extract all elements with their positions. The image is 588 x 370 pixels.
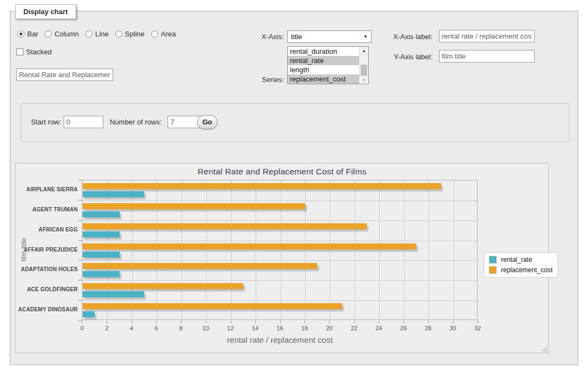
bar-replacement_cost xyxy=(83,243,416,249)
y-tick-mark xyxy=(78,220,82,221)
stacked-checkbox[interactable] xyxy=(16,48,23,55)
y-axis-label-input[interactable] xyxy=(439,50,535,62)
stacked-label: Stacked xyxy=(26,48,52,56)
x-tick-mark xyxy=(156,321,157,323)
y-tick-mark xyxy=(78,260,82,260)
x-tick-mark xyxy=(478,321,478,323)
x-tick-mark xyxy=(132,321,132,323)
x-axis-select-label: X-Axis: xyxy=(234,33,284,41)
y-category-label: ACE GOLDFINGER xyxy=(17,286,78,292)
radio-label-area: Area xyxy=(161,30,176,38)
gridline-x-2 xyxy=(107,180,108,319)
scroll-up-icon[interactable]: ▲ xyxy=(360,47,368,55)
series-multiselect[interactable]: rental_durationrental_ratelengthreplacem… xyxy=(287,46,369,84)
x-axis-select[interactable]: title ▼ xyxy=(287,30,372,43)
series-scrollbar[interactable]: ▲ ▼ xyxy=(359,47,368,84)
bar-rental_rate xyxy=(83,211,120,217)
number-of-rows-label: Number of rows: xyxy=(110,118,162,126)
x-tick-mark xyxy=(453,321,454,323)
gridline-y-4 xyxy=(83,260,477,261)
x-tick-label: 16 xyxy=(272,325,288,331)
series-option-length[interactable]: length xyxy=(288,65,359,74)
chart-container: Rental Rate and Replacement Cost of Film… xyxy=(15,163,549,353)
x-tick-mark xyxy=(379,321,379,323)
bar-rental_rate xyxy=(83,252,120,258)
resize-handle-icon[interactable] xyxy=(541,346,547,352)
series-option-replacement_cost[interactable]: replacement_cost xyxy=(288,74,359,84)
stacked-option[interactable]: Stacked xyxy=(16,48,52,56)
y-category-label: AFRICAN EGG xyxy=(17,227,78,233)
legend-entry-replacement_cost: replacement_cost xyxy=(489,266,553,274)
x-tick-mark xyxy=(82,321,83,323)
bar-replacement_cost xyxy=(83,203,305,209)
go-button[interactable]: Go xyxy=(197,115,218,129)
radio-label-column: Column xyxy=(54,30,79,38)
x-tick-mark xyxy=(305,321,305,323)
x-tick-label: 30 xyxy=(445,325,461,331)
x-tick-label: 26 xyxy=(395,325,412,331)
radio-option-bar[interactable]: Bar xyxy=(17,30,38,38)
dropdown-arrow-icon: ▼ xyxy=(363,34,368,39)
x-axis-selected-value: title xyxy=(291,33,302,41)
radio-spline-icon[interactable] xyxy=(115,30,122,37)
y-tick-mark xyxy=(78,240,82,241)
y-category-label: ACADEMY DINOSAUR xyxy=(17,306,78,312)
series-option-rental_duration[interactable]: rental_duration xyxy=(288,47,359,56)
x-tick-mark xyxy=(428,321,429,323)
radio-label-spline: Spline xyxy=(125,30,145,38)
y-category-label: AIRPLANE SIERRA xyxy=(17,186,78,192)
legend-swatch-replacement_cost xyxy=(489,266,497,274)
radio-column-icon[interactable] xyxy=(45,30,52,37)
bar-replacement_cost xyxy=(83,263,317,269)
radio-area-icon[interactable] xyxy=(151,30,158,37)
gridline-x-30 xyxy=(454,180,454,319)
gridline-x-4 xyxy=(132,180,133,319)
bar-rental_rate xyxy=(83,191,144,197)
gridline-x-24 xyxy=(379,180,380,319)
gridline-x-28 xyxy=(429,180,429,319)
x-tick-mark xyxy=(354,321,355,323)
y-tick-mark xyxy=(78,180,82,180)
radio-bar-icon[interactable] xyxy=(17,30,24,37)
y-tick-mark xyxy=(78,280,82,280)
x-tick-label: 28 xyxy=(420,325,436,331)
gridline-y-1 xyxy=(83,200,477,201)
y-category-label: AFFAIR PREJUDICE xyxy=(17,247,78,253)
chart-title-input[interactable] xyxy=(16,68,113,81)
legend-label-rental_rate: rental_rate xyxy=(501,256,532,264)
x-tick-mark xyxy=(107,321,107,323)
plot-area xyxy=(82,180,478,320)
x-tick-label: 12 xyxy=(222,325,239,331)
x-axis-label-label: X-Axis label: xyxy=(375,33,432,41)
gridline-y-3 xyxy=(83,241,477,241)
x-tick-label: 32 xyxy=(469,325,486,331)
x-tick-mark xyxy=(280,321,281,323)
gridline-x-20 xyxy=(330,180,330,319)
legend-label-replacement_cost: replacement_cost xyxy=(501,266,553,274)
x-axis-label-input[interactable] xyxy=(439,30,535,42)
page: Display chart BarColumnLineSplineArea St… xyxy=(0,0,588,370)
radio-line-icon[interactable] xyxy=(85,30,92,37)
radio-option-spline[interactable]: Spline xyxy=(115,30,145,38)
x-tick-label: 4 xyxy=(123,325,140,331)
gridline-x-6 xyxy=(157,180,157,319)
x-tick-mark xyxy=(231,321,231,323)
start-row-input[interactable] xyxy=(64,116,103,128)
radio-label-bar: Bar xyxy=(27,30,38,38)
bar-replacement_cost xyxy=(83,283,243,289)
gridline-x-12 xyxy=(231,180,232,319)
scrollbar-thumb[interactable] xyxy=(361,65,367,76)
x-tick-label: 6 xyxy=(148,325,164,331)
x-tick-mark xyxy=(181,321,182,323)
series-select-label: Series: xyxy=(234,76,284,84)
radio-option-line[interactable]: Line xyxy=(85,30,109,38)
scroll-down-icon[interactable]: ▼ xyxy=(360,76,368,84)
bar-replacement_cost xyxy=(83,183,441,189)
gridline-x-18 xyxy=(305,180,306,319)
radio-option-column[interactable]: Column xyxy=(45,30,79,38)
fieldset-legend: Display chart xyxy=(15,4,76,19)
x-tick-mark xyxy=(255,321,256,323)
series-option-rental_rate[interactable]: rental_rate xyxy=(288,56,359,65)
x-axis-title: rental rate / replacement cost xyxy=(82,335,478,344)
radio-option-area[interactable]: Area xyxy=(151,30,176,38)
